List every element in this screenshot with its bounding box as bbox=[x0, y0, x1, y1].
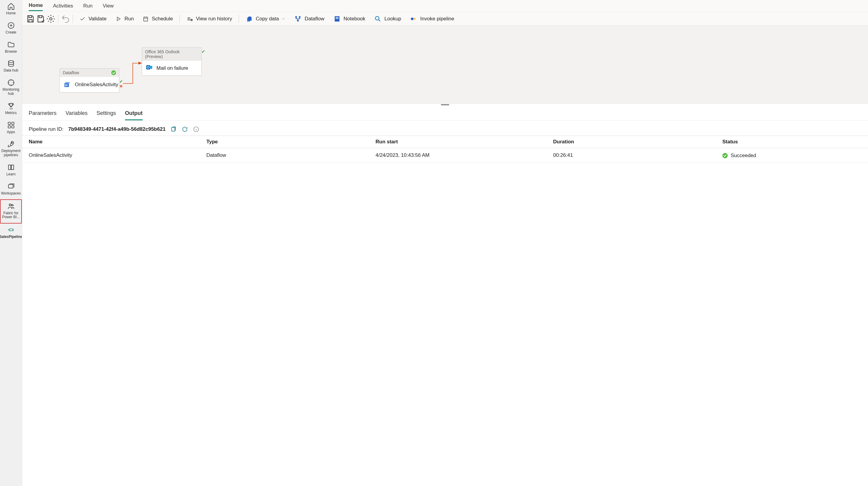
run-button[interactable]: Run bbox=[111, 12, 138, 25]
svg-point-12 bbox=[50, 18, 52, 20]
svg-rect-30 bbox=[66, 85, 67, 86]
refresh-button[interactable] bbox=[182, 126, 188, 132]
ribbon-tabs: Home Activities Run View bbox=[22, 0, 868, 12]
col-name[interactable]: Name bbox=[22, 136, 200, 148]
svg-rect-17 bbox=[248, 18, 252, 21]
view-run-history-button[interactable]: View run history bbox=[182, 12, 236, 25]
save-as-button[interactable] bbox=[36, 14, 45, 24]
panel-tab-settings[interactable]: Settings bbox=[97, 108, 116, 120]
nav-workspaces[interactable]: Workspaces bbox=[0, 180, 22, 199]
nav-salespipeline[interactable]: SalesPipeline bbox=[0, 223, 22, 243]
col-duration[interactable]: Duration bbox=[547, 136, 716, 148]
nav-datahub[interactable]: Data hub bbox=[0, 57, 22, 76]
calendar-icon bbox=[143, 16, 149, 22]
undo-button[interactable] bbox=[61, 14, 70, 24]
trophy-icon bbox=[7, 102, 15, 110]
panel-tab-parameters[interactable]: Parameters bbox=[29, 108, 57, 120]
tab-home[interactable]: Home bbox=[29, 1, 43, 11]
svg-rect-4 bbox=[12, 122, 14, 124]
svg-rect-23 bbox=[336, 18, 339, 19]
col-type[interactable]: Type bbox=[200, 136, 369, 148]
svg-rect-25 bbox=[411, 18, 413, 20]
nav-create[interactable]: Create bbox=[0, 19, 22, 38]
info-button[interactable] bbox=[193, 126, 199, 132]
tab-activities[interactable]: Activities bbox=[53, 1, 73, 11]
failure-port[interactable]: ✕ bbox=[119, 84, 123, 88]
tab-run[interactable]: Run bbox=[83, 1, 92, 11]
svg-rect-34 bbox=[172, 127, 175, 131]
nav-label: Metrics bbox=[5, 111, 17, 115]
panel-tab-output[interactable]: Output bbox=[125, 108, 143, 120]
svg-rect-33 bbox=[150, 66, 152, 69]
settings-button[interactable] bbox=[46, 14, 56, 24]
copy-runid-button[interactable] bbox=[170, 126, 177, 132]
svg-point-19 bbox=[299, 16, 301, 18]
lookup-button[interactable]: Lookup bbox=[370, 12, 405, 25]
cell-status: Succeeded bbox=[716, 148, 868, 162]
dataflow-activity-icon bbox=[63, 80, 71, 89]
nav-label: Data hub bbox=[4, 68, 18, 73]
nav-home[interactable]: Home bbox=[0, 0, 22, 19]
svg-rect-26 bbox=[64, 84, 69, 87]
nav-learn[interactable]: Learn bbox=[0, 161, 22, 180]
ribbon-toolbar: Validate Run Schedule View run history C… bbox=[22, 12, 868, 26]
cell-duration: 00:26:41 bbox=[547, 148, 716, 162]
svg-text:O: O bbox=[147, 65, 150, 69]
workspaces-icon bbox=[7, 183, 15, 190]
monitoring-icon bbox=[7, 79, 15, 87]
nav-browse[interactable]: Browse bbox=[0, 38, 22, 57]
table-row[interactable]: OnlineSalesActivity Dataflow 4/24/2023, … bbox=[22, 148, 868, 162]
btn-label: View run history bbox=[196, 16, 232, 22]
svg-rect-6 bbox=[12, 126, 14, 128]
tab-view[interactable]: View bbox=[103, 1, 114, 11]
nav-deploy-pipelines[interactable]: Deployment pipelines bbox=[0, 138, 22, 161]
panel-tabs: Parameters Variables Settings Output bbox=[22, 105, 868, 121]
svg-point-24 bbox=[375, 17, 379, 20]
svg-rect-3 bbox=[8, 122, 10, 124]
pipeline-icon bbox=[7, 226, 15, 234]
nav-monitoring[interactable]: Monitoring hub bbox=[0, 76, 22, 100]
nav-label: Deployment pipelines bbox=[1, 149, 21, 157]
svg-point-18 bbox=[295, 16, 297, 18]
invoke-pipeline-button[interactable]: Invoke pipeline bbox=[406, 12, 458, 25]
nav-label: Create bbox=[5, 31, 16, 35]
nav-label: Learn bbox=[6, 172, 16, 177]
invoke-pipeline-icon bbox=[410, 15, 417, 23]
success-port[interactable]: ✓ bbox=[201, 50, 205, 53]
notebook-button[interactable]: Notebook bbox=[329, 12, 370, 25]
col-status[interactable]: Status bbox=[716, 136, 868, 148]
database-icon bbox=[7, 60, 15, 67]
svg-rect-11 bbox=[9, 229, 13, 231]
check-icon bbox=[80, 16, 86, 22]
svg-rect-29 bbox=[65, 85, 66, 86]
nav-fabric-for-powerbi[interactable]: Fabric for Power BI... bbox=[0, 199, 22, 224]
folder-icon bbox=[7, 41, 15, 49]
chevron-down-icon bbox=[282, 17, 285, 21]
apps-icon bbox=[7, 121, 15, 129]
run-id-row: Pipeline run ID: 7b948349-4471-42f4-a49b… bbox=[22, 121, 868, 135]
schedule-button[interactable]: Schedule bbox=[138, 12, 177, 25]
panel-tab-variables[interactable]: Variables bbox=[65, 108, 88, 120]
cell-name: OnlineSalesActivity bbox=[22, 148, 200, 162]
activity-outlook[interactable]: Office 365 Outlook (Preview) O Mail on f… bbox=[142, 47, 202, 76]
nav-metrics[interactable]: Metrics bbox=[0, 100, 22, 119]
success-port[interactable]: ✓ bbox=[119, 79, 123, 83]
nav-label: SalesPipeline bbox=[0, 235, 22, 239]
cell-type: Dataflow bbox=[200, 148, 369, 162]
save-button[interactable] bbox=[26, 14, 35, 24]
cell-start: 4/24/2023, 10:43:56 AM bbox=[369, 148, 547, 162]
nav-label: Workspaces bbox=[1, 191, 21, 196]
btn-label: Lookup bbox=[384, 16, 401, 22]
activity-dataflow[interactable]: Dataflow OnlineSalesActivity ✓ ✕ bbox=[60, 68, 119, 92]
run-id-value: 7b948349-4471-42f4-a49b-56d82c95b621 bbox=[68, 126, 165, 132]
col-runstart[interactable]: Run start bbox=[369, 136, 547, 148]
dataflow-button[interactable]: Dataflow bbox=[290, 12, 329, 25]
nav-apps[interactable]: Apps bbox=[0, 119, 22, 138]
svg-point-1 bbox=[8, 61, 13, 63]
svg-point-7 bbox=[11, 143, 12, 144]
pipeline-canvas[interactable]: Dataflow OnlineSalesActivity ✓ ✕ Office … bbox=[22, 26, 868, 103]
copy-data-button[interactable]: Copy data bbox=[241, 12, 290, 25]
svg-rect-8 bbox=[8, 184, 13, 188]
svg-point-9 bbox=[9, 204, 11, 206]
validate-button[interactable]: Validate bbox=[75, 12, 111, 25]
